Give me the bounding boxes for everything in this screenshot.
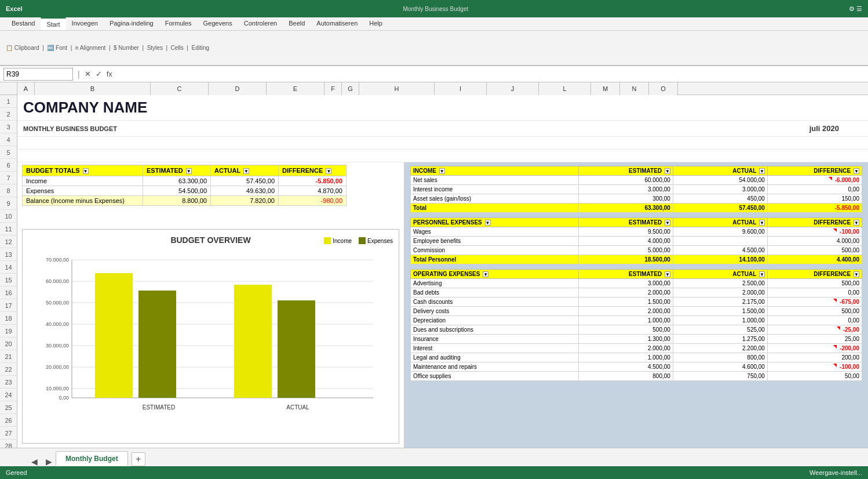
income-table-header: INCOME ▼ (411, 166, 579, 176)
dues-actual: 525,00 (673, 325, 767, 335)
tab-gegevens[interactable]: Gegevens (198, 17, 238, 30)
col-h[interactable]: H (359, 82, 435, 95)
expenses-difference: 4.870,00 (279, 186, 347, 196)
add-sheet-tab[interactable]: + (132, 452, 145, 466)
balance-label: Balance (Income minus Expenses) (23, 196, 143, 206)
row-6: 6 (0, 159, 17, 172)
row-9: 9 (0, 197, 17, 210)
income-filter-icon[interactable]: ▼ (439, 168, 445, 174)
operating-act-filter[interactable]: ▼ (759, 271, 765, 277)
insurance-diff: 25,00 (767, 335, 862, 344)
maintenance-repairs-label: Maintenance and repairs (411, 362, 579, 372)
col-n[interactable]: N (620, 82, 649, 95)
delivery-costs-actual: 1.500,00 (673, 307, 767, 316)
col-j[interactable]: J (487, 82, 539, 95)
income-total-diff-val: -5.850,00 (835, 205, 859, 211)
difference-filter-icon[interactable]: ▼ (326, 168, 331, 174)
row-3-spacer (17, 137, 868, 150)
employee-benefits-diff: 4.000,00 (767, 237, 862, 246)
personnel-diff-filter[interactable]: ▼ (854, 220, 859, 226)
budget-totals-filter-icon[interactable]: ▼ (83, 168, 89, 174)
col-a[interactable]: A (17, 82, 35, 95)
formula-input[interactable] (115, 70, 865, 78)
tab-invoegen[interactable]: Invoegen (66, 17, 104, 30)
personnel-filter-icon[interactable]: ▼ (485, 220, 491, 226)
dues-diff-val: -25,00 (843, 326, 859, 333)
col-f[interactable]: F (324, 82, 342, 95)
depreciation-diff: 0,00 (767, 316, 862, 325)
operating-est-filter[interactable]: ▼ (665, 271, 670, 277)
expenses-actual: 49.630,00 (211, 186, 279, 196)
tab-beeld[interactable]: Beeld (283, 17, 311, 30)
cash-discounts-label: Cash discounts (411, 297, 579, 307)
svg-text:ACTUAL: ACTUAL (286, 404, 309, 411)
wages-diff-val: -100,00 (840, 228, 859, 235)
cash-discounts-diff-val: -675,00 (840, 299, 859, 305)
col-l[interactable]: L (539, 82, 591, 95)
scroll-tabs-left[interactable]: ◀ (29, 457, 40, 466)
insurance-label: Insurance (411, 335, 579, 344)
tab-pagina[interactable]: Pagina-indeling (104, 17, 159, 30)
svg-text:50.000,00: 50.000,00 (45, 300, 68, 306)
delivery-costs-diff: 500,00 (767, 307, 862, 316)
interest-income-diff: 0,00 (767, 185, 862, 194)
balance-row: Balance (Income minus Expenses) 8.800,00… (23, 196, 347, 206)
operating-filter-icon[interactable]: ▼ (483, 271, 488, 277)
col-d[interactable]: D (209, 82, 267, 95)
wages-diff: -100,00 (767, 227, 862, 237)
status-ready: Gereed (6, 469, 27, 476)
date-label: juli 2020 (809, 124, 839, 133)
bar-estimated-income (95, 273, 133, 398)
col-e[interactable]: E (267, 82, 324, 95)
personnel-section-table: PERSONNEL EXPENSES ▼ ESTIMATED ▼ ACTUAL … (410, 217, 862, 264)
personnel-est-filter[interactable]: ▼ (665, 220, 670, 226)
col-o[interactable]: O (649, 82, 678, 95)
tab-controleren[interactable]: Controleren (238, 17, 283, 30)
row-23: 23 (0, 376, 17, 389)
top-bar: Excel Monthly Business Budget ⚙ ☰ (0, 0, 868, 17)
cell-ref-input[interactable] (3, 68, 73, 81)
maintenance-repairs-diff: -100,00 (767, 362, 862, 372)
tab-start[interactable]: Start (41, 17, 65, 30)
balance-estimated: 8.800,00 (143, 196, 211, 206)
income-diff-filter[interactable]: ▼ (854, 168, 859, 174)
difference-header: DIFFERENCE ▼ (279, 165, 347, 176)
row-subtitle: MONTHLY BUSINESS BUDGET juli 2020 (17, 121, 868, 137)
col-g[interactable]: G (342, 82, 359, 95)
accept-formula-icon[interactable]: ✓ (96, 70, 102, 78)
estimated-filter-icon[interactable]: ▼ (186, 168, 192, 174)
tab-help[interactable]: Help (363, 17, 388, 30)
row-12: 12 (0, 235, 17, 248)
row-company-name: COMPANY NAME (17, 95, 868, 121)
col-i[interactable]: I (435, 82, 487, 95)
legal-auditing-label: Legal and auditing (411, 353, 579, 362)
depreciation-row: Depreciation 1.000,00 1.000,00 0,00 (411, 316, 862, 325)
tab-formules[interactable]: Formules (159, 17, 198, 30)
monthly-budget-tab[interactable]: Monthly Budget (56, 451, 128, 466)
scroll-tabs-right[interactable]: ▶ (43, 457, 54, 466)
legend-income: Income (324, 237, 352, 244)
income-est-filter[interactable]: ▼ (665, 168, 670, 174)
col-c[interactable]: C (151, 82, 209, 95)
cancel-formula-icon[interactable]: ✕ (85, 70, 91, 78)
svg-text:ESTIMATED: ESTIMATED (142, 404, 174, 411)
insurance-actual: 1.275,00 (673, 335, 767, 344)
col-b[interactable]: B (35, 82, 151, 95)
personnel-act-header: ACTUAL ▼ (673, 218, 767, 227)
interest-diff: -200,00 (767, 344, 862, 353)
advertising-row: Advertising 3.000,00 2.500,00 500,00 (411, 279, 862, 288)
operating-diff-filter[interactable]: ▼ (854, 271, 859, 277)
maintenance-repairs-row: Maintenance and repairs 4.500,00 4.600,0… (411, 362, 862, 372)
row-22: 22 (0, 363, 17, 376)
col-m[interactable]: M (591, 82, 620, 95)
tab-automatiseren[interactable]: Automatiseren (311, 17, 363, 30)
commission-actual: 4.500,00 (673, 246, 767, 255)
fx-icon[interactable]: fx (107, 70, 112, 78)
bad-debts-actual: 2.000,00 (673, 288, 767, 297)
tab-bestand[interactable]: Bestand (6, 17, 41, 30)
income-act-filter[interactable]: ▼ (759, 168, 765, 174)
personnel-act-filter[interactable]: ▼ (759, 220, 765, 226)
actual-filter-icon[interactable]: ▼ (243, 168, 249, 174)
interest-income-estimated: 3.000,00 (578, 185, 673, 194)
income-actual-header: ACTUAL ▼ (673, 166, 767, 176)
